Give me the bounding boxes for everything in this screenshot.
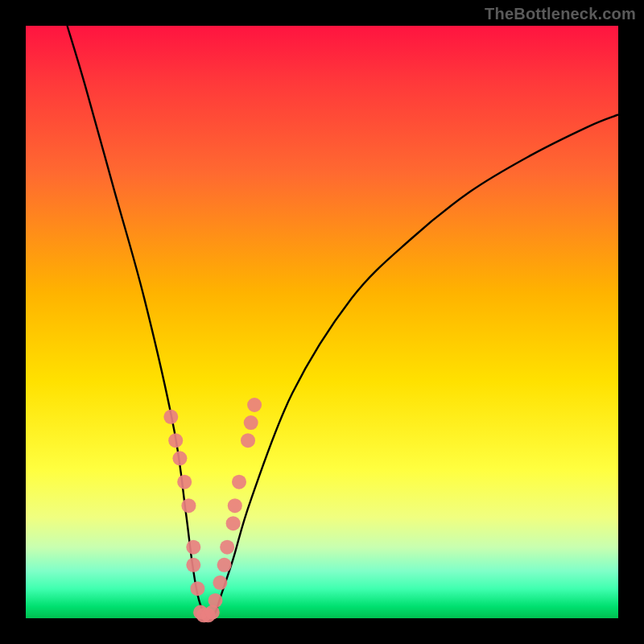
marker-point: [186, 540, 200, 555]
marker-point: [172, 451, 187, 465]
chart-container: TheBottleneck.com: [0, 0, 644, 644]
curve-path: [68, 26, 619, 618]
marker-point: [217, 558, 232, 572]
marker-point: [247, 398, 262, 412]
marker-point: [168, 433, 183, 448]
marker-point: [213, 576, 227, 590]
plot-area: [26, 26, 618, 618]
marker-point: [163, 410, 178, 424]
marker-point: [232, 475, 246, 489]
marker-point: [177, 475, 192, 489]
marker-point: [228, 498, 242, 513]
marker-point: [181, 498, 196, 513]
marker-point: [244, 415, 258, 430]
marker-point: [190, 581, 204, 596]
marker-point: [186, 558, 200, 572]
marker-point: [208, 593, 223, 608]
marker-point: [241, 433, 255, 448]
watermark-label: TheBottleneck.com: [485, 5, 636, 23]
marker-point: [226, 516, 241, 530]
chart-svg: [26, 26, 618, 618]
marker-point: [220, 540, 234, 555]
